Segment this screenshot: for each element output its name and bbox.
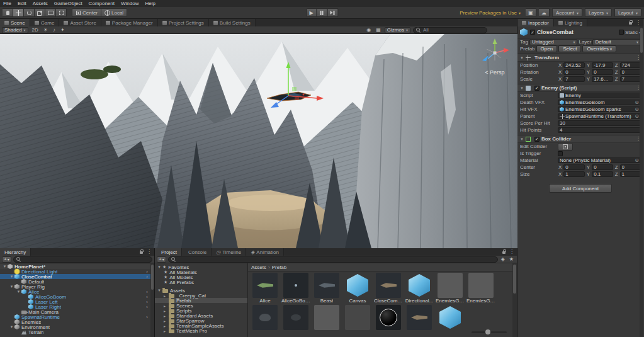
prefab-open-button[interactable]: Open bbox=[536, 45, 558, 52]
object-field[interactable]: EnemiesGoBoom ⊙ bbox=[558, 100, 641, 105]
add-component-button[interactable]: Add Component bbox=[549, 184, 612, 193]
foldout-arrow[interactable]: ▼ bbox=[520, 137, 524, 141]
hierarchy-search-input[interactable] bbox=[23, 256, 149, 262]
menu-item[interactable]: Edit bbox=[14, 1, 30, 6]
axis-z-input[interactable]: 0 bbox=[620, 164, 641, 170]
search-filter-label[interactable]: All bbox=[423, 27, 429, 33]
foldout-arrow[interactable]: ▸ bbox=[164, 304, 169, 308]
tool-button[interactable] bbox=[24, 8, 35, 17]
folder-item[interactable]: ▸ Scenes bbox=[155, 303, 247, 308]
breadcrumb-current[interactable]: Prefab bbox=[272, 265, 287, 270]
menu-item[interactable]: Assets bbox=[30, 1, 51, 6]
axis-x-input[interactable]: 0 bbox=[563, 69, 584, 75]
foldout-arrow[interactable]: ▸ bbox=[164, 294, 169, 298]
inspector-scrollbar[interactable] bbox=[640, 26, 643, 337]
create-asset-button[interactable]: +▾ bbox=[157, 256, 166, 263]
menu-item[interactable]: Window bbox=[118, 1, 142, 6]
asset-item[interactable]: EnemiesGoB... bbox=[466, 273, 495, 304]
tool-button[interactable] bbox=[35, 8, 45, 17]
foldout-arrow[interactable]: ▼ bbox=[157, 265, 162, 269]
hierarchy-row[interactable]: Default bbox=[0, 279, 154, 284]
foldout-arrow[interactable]: ▸ bbox=[164, 329, 169, 333]
scene-search-input[interactable] bbox=[431, 27, 484, 33]
menu-item[interactable]: File bbox=[0, 1, 14, 6]
transform-component-header[interactable]: ▼ Transform ⋮ bbox=[517, 54, 643, 62]
favorite-item[interactable]: ★ All Prefabs bbox=[155, 280, 247, 285]
static-checkbox[interactable] bbox=[619, 30, 624, 35]
asset-item[interactable]: AliceGoBoom bbox=[281, 273, 310, 304]
hierarchy-row[interactable]: ▼ Environment bbox=[0, 324, 154, 329]
favorite-item[interactable]: ★ All Models bbox=[155, 275, 247, 280]
pivot-mode-button[interactable]: Center bbox=[72, 8, 101, 17]
tab-hierarchy[interactable]: Hierarchy bbox=[0, 248, 31, 256]
object-field[interactable]: SpawnatRuntime (Transform) ⊙ bbox=[558, 113, 641, 119]
cloud-icon[interactable]: ☁ bbox=[539, 8, 550, 17]
scene-canvas[interactable]: < Persp bbox=[0, 34, 517, 248]
is-trigger-checkbox[interactable] bbox=[558, 151, 563, 156]
hierarchy-row[interactable]: AliceGoBoom › bbox=[0, 294, 154, 299]
axis-z-input[interactable]: 0 bbox=[620, 69, 641, 75]
hierarchy-row[interactable]: Main Camera bbox=[0, 309, 154, 314]
layers-dropdown[interactable]: Layers▾ bbox=[585, 8, 612, 17]
component-enabled-checkbox[interactable] bbox=[534, 137, 539, 142]
favorite-item[interactable]: ★ All Materials bbox=[155, 270, 247, 275]
asset-item[interactable]: Canvas bbox=[343, 273, 372, 304]
favorites-header[interactable]: ▼ ★ Favorites bbox=[155, 265, 247, 270]
hierarchy-scrollbar[interactable] bbox=[150, 263, 154, 337]
object-picker-icon[interactable]: ⊙ bbox=[635, 106, 639, 112]
tool-button[interactable] bbox=[56, 8, 67, 17]
object-field[interactable]: None (Physic Material) ⊙ bbox=[558, 157, 641, 163]
hierarchy-row[interactable]: ▼ Player Rig bbox=[0, 284, 154, 289]
object-field[interactable]: EnemiesGoBoom sparks ⊙ bbox=[558, 106, 641, 112]
editor-tab[interactable]: Asset Store bbox=[59, 19, 101, 26]
asset-item[interactable] bbox=[312, 305, 341, 336]
panel-tab[interactable]: ◷ Timeline bbox=[212, 248, 246, 256]
foldout-arrow[interactable]: ▼ bbox=[2, 265, 8, 268]
foldout-arrow[interactable]: ▸ bbox=[164, 319, 169, 323]
scene-lighting-icon[interactable]: ☀ bbox=[42, 27, 49, 33]
axis-z-input[interactable]: 7 bbox=[620, 76, 641, 82]
breadcrumb-root[interactable]: Assets bbox=[251, 265, 266, 270]
panel-tab[interactable]: Inspector bbox=[517, 19, 554, 26]
axis-z-input[interactable]: 1 bbox=[620, 171, 641, 177]
axis-x-input[interactable]: 0 bbox=[563, 164, 584, 170]
axis-y-input[interactable]: 0.1 bbox=[592, 171, 613, 177]
foldout-arrow[interactable]: ▸ bbox=[164, 324, 169, 328]
foldout-arrow[interactable]: ▸ bbox=[164, 314, 169, 318]
lock-icon[interactable] bbox=[140, 249, 144, 254]
object-picker-icon[interactable]: ⊙ bbox=[635, 113, 639, 119]
thumbnail-size-slider[interactable] bbox=[472, 331, 507, 333]
account-dropdown[interactable]: Account▾ bbox=[552, 8, 582, 17]
layout-dropdown[interactable]: Layout▾ bbox=[614, 8, 641, 17]
asset-item[interactable]: Alice bbox=[251, 273, 280, 304]
asset-item[interactable] bbox=[281, 305, 310, 336]
package-manager-icon[interactable]: ▣ bbox=[526, 8, 536, 17]
foldout-arrow[interactable]: ▼ bbox=[520, 56, 524, 60]
prefab-select-button[interactable]: Select bbox=[558, 45, 581, 52]
object-field[interactable]: 4 bbox=[558, 127, 641, 133]
axis-y-input[interactable]: 17.65432 bbox=[592, 76, 613, 82]
tool-button[interactable] bbox=[13, 8, 24, 17]
menu-item[interactable]: Component bbox=[86, 1, 118, 6]
object-field[interactable]: Enemy bbox=[558, 93, 641, 98]
asset-item[interactable] bbox=[374, 305, 403, 336]
menu-item[interactable]: GameObject bbox=[51, 1, 86, 6]
search-by-type-icon[interactable]: ◈ bbox=[500, 256, 506, 262]
folder-item[interactable]: ▸ _Creepy_Cat bbox=[155, 293, 247, 298]
preview-packages-dropdown[interactable]: Preview Packages in Use ▾ bbox=[457, 10, 523, 16]
axis-z-input[interactable]: 724 bbox=[620, 62, 641, 68]
hierarchy-search[interactable] bbox=[13, 256, 152, 263]
asset-item[interactable]: Directional... bbox=[405, 273, 434, 304]
pause-button[interactable] bbox=[317, 8, 327, 17]
panel-menu-icon[interactable]: ⋮ bbox=[636, 20, 641, 25]
gizmos-dropdown[interactable]: Gizmos ▾ bbox=[385, 27, 410, 33]
scene-effects-icon[interactable]: ✦ bbox=[59, 27, 66, 33]
editor-tab[interactable]: Project Settings bbox=[158, 19, 209, 26]
menu-item[interactable]: Help bbox=[142, 1, 158, 6]
project-search-input[interactable] bbox=[178, 256, 495, 262]
asset-grid-scrollbar[interactable] bbox=[512, 263, 517, 337]
box-collider-header[interactable]: ▼ Box Collider ⋮ bbox=[517, 135, 643, 143]
editor-tab[interactable]: Scene bbox=[0, 19, 30, 26]
panel-menu-icon[interactable]: ⋮ bbox=[147, 249, 152, 254]
panel-tab[interactable]: Console bbox=[182, 248, 212, 256]
